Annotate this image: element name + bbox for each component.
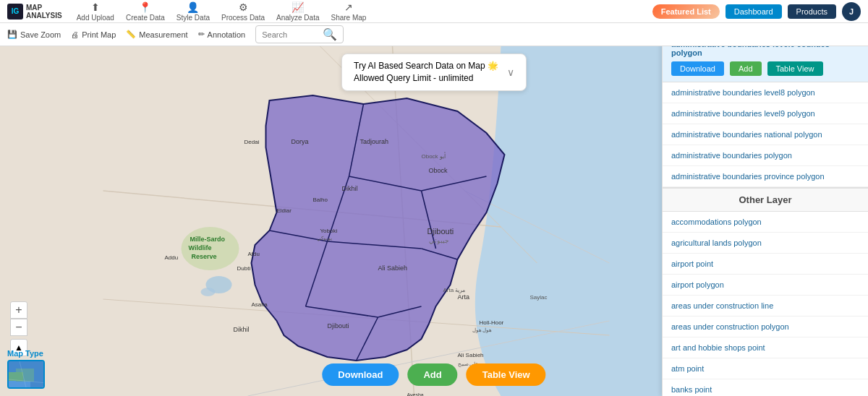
other-layer-item[interactable]: banks point <box>663 379 868 396</box>
other-layer-item[interactable]: areas under construction polygon <box>663 317 868 337</box>
svg-line-19 <box>270 231 328 241</box>
nav-add-upload[interactable]: ⬆ Add Upload <box>77 1 114 22</box>
ai-banner-toggle[interactable]: ∨ <box>507 66 514 78</box>
svg-text:Reserve: Reserve <box>192 253 217 260</box>
svg-text:Balho: Balho <box>313 197 328 203</box>
svg-text:Obock: Obock <box>429 167 448 174</box>
zoom-in-button[interactable]: + <box>10 301 27 319</box>
svg-point-9 <box>182 227 239 270</box>
svg-text:Tadjourah: Tadjourah <box>360 138 389 145</box>
ai-banner-text: Try AI Based Search Data on Map 🌟 Allowe… <box>354 60 498 85</box>
svg-text:Ayesha: Ayesha <box>407 392 424 396</box>
table-view-button[interactable]: Table View <box>467 363 546 386</box>
user-avatar[interactable]: J <box>842 2 861 21</box>
svg-text:Addu: Addu <box>165 254 179 261</box>
other-layer-item[interactable]: accommodations polygon <box>663 212 868 233</box>
map-type-svg <box>9 361 45 389</box>
svg-point-2 <box>201 288 216 296</box>
svg-line-18 <box>378 306 422 317</box>
svg-text:Dikhil: Dikhil <box>234 326 250 333</box>
svg-line-11 <box>349 176 422 191</box>
layer-item[interactable]: administrative boundaries national polyg… <box>663 124 868 145</box>
other-layer-item[interactable]: art and hobbie shops point <box>663 337 868 358</box>
svg-text:Arta: Arta <box>458 293 470 301</box>
logo-subtitle: MAP ANALYSIS <box>26 4 62 20</box>
products-button[interactable]: Products <box>788 4 836 19</box>
other-layer-item[interactable]: areas under construction line <box>663 296 868 317</box>
search-box[interactable]: 🔍 <box>255 25 344 43</box>
svg-text:Djibouti: Djibouti <box>427 227 454 236</box>
svg-line-4 <box>103 191 501 227</box>
add-button[interactable]: Add <box>407 363 457 386</box>
other-layer-section-header: Other Layer <box>663 187 868 212</box>
layer-item[interactable]: administrative boundaries level8 polygon <box>663 82 868 103</box>
toolbar: 💾 Save Zoom 🖨 Print Map 📏 Measurement ✏ … <box>0 23 868 46</box>
featured-download-button[interactable]: Download <box>671 61 724 76</box>
svg-line-14 <box>328 241 422 249</box>
svg-text:Dorya: Dorya <box>292 138 309 145</box>
featured-add-button[interactable]: Add <box>730 61 762 76</box>
right-panel: Download GIS Data Download Left:-5.98 GB… <box>662 0 868 396</box>
analyze-icon: 📈 <box>292 1 304 13</box>
layer-list: administrative boundaries level8 polygon… <box>663 82 868 396</box>
search-input[interactable] <box>262 30 320 39</box>
svg-line-15 <box>422 249 458 259</box>
nav-share-map[interactable]: ↗ Share Map <box>331 1 367 22</box>
nav-items: ⬆ Add Upload 📍 Create Data 👤 Style Data … <box>77 1 638 22</box>
nav-process-data[interactable]: ⚙ Process Data <box>221 1 265 22</box>
print-map-button[interactable]: 🖨 Print Map <box>71 30 116 39</box>
svg-text:جيبوتي: جيبوتي <box>429 237 449 245</box>
save-icon: 💾 <box>7 30 17 39</box>
nav-analyze-data[interactable]: 📈 Analyze Data <box>276 1 319 22</box>
ai-banner: Try AI Based Search Data on Map 🌟 Allowe… <box>341 53 527 91</box>
share-icon: ↗ <box>344 1 353 13</box>
svg-text:Wildlife: Wildlife <box>189 244 212 251</box>
svg-text:Dubti: Dubti <box>237 265 251 272</box>
nav-style-data[interactable]: 👤 Style Data <box>176 1 210 22</box>
save-zoom-button[interactable]: 💾 Save Zoom <box>7 30 61 39</box>
svg-line-12 <box>422 176 487 191</box>
download-button[interactable]: Download <box>322 363 399 386</box>
svg-text:هول هول: هول هول <box>472 327 493 333</box>
svg-line-20 <box>422 191 436 249</box>
nav-create-data[interactable]: 📍 Create Data <box>126 1 165 22</box>
annotation-button[interactable]: ✏ Annotation <box>198 30 246 39</box>
svg-text:يوبوكي: يوبوكي <box>317 236 332 241</box>
svg-point-1 <box>206 276 232 293</box>
other-layer-item[interactable]: airport polygon <box>663 275 868 296</box>
featured-table-view-button[interactable]: Table View <box>767 61 823 76</box>
zoom-controls: + − ▲ <box>10 301 27 356</box>
map-type-selector: Map Type <box>7 349 45 389</box>
dashboard-button[interactable]: Dashboard <box>726 4 782 19</box>
svg-text:Dedai: Dedai <box>244 139 260 145</box>
search-icon: 🔍 <box>323 27 337 41</box>
logo: IG MAP ANALYSIS <box>7 4 62 20</box>
svg-text:Mille-Sardo: Mille-Sardo <box>190 236 226 243</box>
pin-icon: 📍 <box>139 1 151 13</box>
other-layer-item[interactable]: airport point <box>663 254 868 275</box>
layer-item[interactable]: administrative boundaries province polyg… <box>663 166 868 187</box>
svg-text:Yoboki: Yoboki <box>320 228 338 234</box>
featured-list-button[interactable]: Featured List <box>652 4 720 19</box>
measurement-button[interactable]: 📏 Measurement <box>126 30 187 39</box>
svg-text:Arta مرية: Arta مرية <box>443 287 466 293</box>
layer-item[interactable]: administrative boundaries polygon <box>663 145 868 166</box>
svg-text:Ali Sabieh: Ali Sabieh <box>458 352 484 358</box>
other-layer-item[interactable]: atm point <box>663 358 868 379</box>
navbar: IG MAP ANALYSIS ⬆ Add Upload 📍 Create Da… <box>0 0 868 23</box>
nav-right: Featured List Dashboard Products J <box>652 2 861 21</box>
zoom-out-button[interactable]: − <box>10 319 27 336</box>
svg-text:Obock أبو: Obock أبو <box>422 152 446 160</box>
svg-line-13 <box>328 176 349 241</box>
logo-icon: IG <box>7 4 23 20</box>
map-type-label: Map Type <box>7 349 45 358</box>
svg-text:Holl-Hoor: Holl-Hoor <box>480 319 504 326</box>
svg-line-16 <box>306 241 328 306</box>
other-layer-item[interactable]: agricultural lands polygon <box>663 233 868 254</box>
layer-item[interactable]: administrative boundaries level9 polygon <box>663 103 868 124</box>
upload-icon: ⬆ <box>91 1 100 13</box>
svg-text:Dikhil: Dikhil <box>342 185 358 192</box>
svg-text:Afdu: Afdu <box>248 251 260 257</box>
style-icon: 👤 <box>187 1 199 13</box>
map-type-thumbnail[interactable] <box>7 360 45 389</box>
